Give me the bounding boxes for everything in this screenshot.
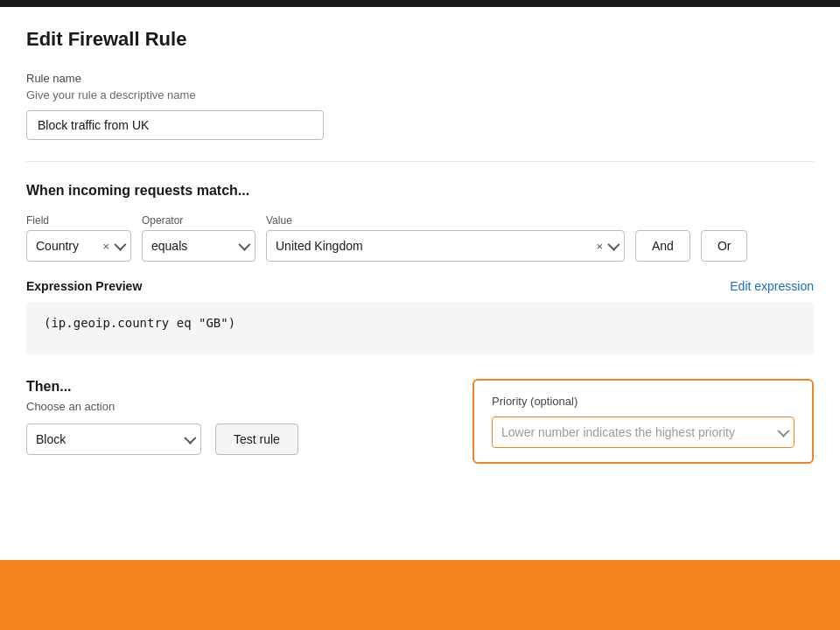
rule-name-section: Rule name Give your rule a descriptive n… — [26, 72, 814, 140]
rule-name-input[interactable] — [26, 110, 324, 140]
field-select[interactable]: Country × — [26, 230, 131, 262]
priority-chevron-icon — [778, 425, 787, 439]
when-section: When incoming requests match... Field Co… — [26, 183, 814, 262]
field-clear-icon[interactable]: × — [102, 240, 109, 253]
value-label: Value — [266, 214, 625, 227]
priority-select[interactable]: Lower number indicates the highest prior… — [492, 416, 794, 448]
and-button[interactable]: And — [635, 230, 690, 262]
expression-preview-section: Expression Preview Edit expression (ip.g… — [26, 279, 814, 354]
then-row: Block Test rule Priority (optional) Lowe… — [26, 424, 814, 455]
field-chevron-icon — [115, 239, 123, 253]
test-rule-button[interactable]: Test rule — [215, 424, 298, 455]
expression-header: Expression Preview Edit expression — [26, 279, 814, 293]
value-group: Value United Kingdom × — [266, 214, 625, 262]
divider — [26, 161, 814, 162]
expression-box: (ip.geoip.country eq "GB") — [26, 302, 814, 354]
field-group: Field Country × — [26, 214, 131, 262]
priority-box: Priority (optional) Lower number indicat… — [472, 379, 814, 464]
value-clear-icon[interactable]: × — [596, 240, 603, 253]
then-section: Then... Choose an action Block Test rule… — [26, 379, 814, 455]
value-chevron-icon — [608, 239, 617, 253]
priority-placeholder: Lower number indicates the highest prior… — [501, 425, 778, 439]
operator-select[interactable]: equals — [142, 230, 256, 262]
operator-chevron-icon — [239, 239, 248, 253]
priority-label: Priority (optional) — [492, 395, 794, 408]
operator-label: Operator — [142, 214, 256, 227]
action-select-value: Block — [36, 432, 185, 446]
field-row: Field Country × Operator equals — [26, 214, 814, 262]
country-tag-value: United Kingdom — [276, 239, 363, 253]
expression-label: Expression Preview — [26, 279, 142, 293]
field-select-value: Country — [36, 239, 102, 253]
operator-select-value: equals — [151, 239, 239, 253]
when-heading: When incoming requests match... — [26, 183, 814, 199]
action-chevron-icon — [185, 432, 193, 446]
field-label: Field — [26, 214, 131, 227]
action-select[interactable]: Block — [26, 424, 201, 455]
operator-group: Operator equals — [142, 214, 256, 262]
or-button[interactable]: Or — [701, 230, 748, 262]
top-bar — [0, 0, 840, 7]
page-title: Edit Firewall Rule — [26, 28, 814, 51]
rule-name-label: Rule name — [26, 72, 814, 85]
country-tag: United Kingdom — [276, 239, 596, 253]
expression-code: (ip.geoip.country eq "GB") — [44, 316, 235, 330]
edit-expression-link[interactable]: Edit expression — [730, 279, 814, 293]
rule-name-hint: Give your rule a descriptive name — [26, 88, 814, 102]
value-select[interactable]: United Kingdom × — [266, 230, 625, 262]
